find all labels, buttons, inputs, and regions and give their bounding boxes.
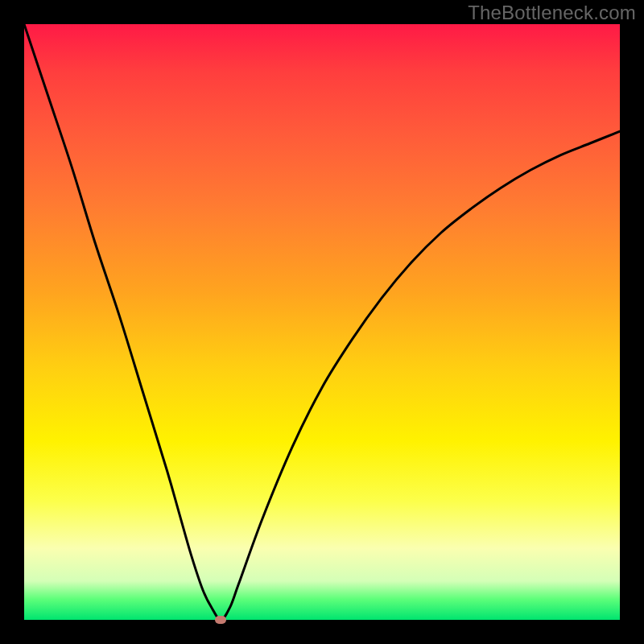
watermark-text: TheBottleneck.com — [468, 2, 636, 24]
chart-frame: TheBottleneck.com — [0, 0, 644, 644]
bottleneck-curve — [24, 24, 620, 620]
optimal-point-marker — [215, 616, 226, 624]
plot-area — [24, 24, 620, 620]
curve-svg — [24, 24, 620, 620]
